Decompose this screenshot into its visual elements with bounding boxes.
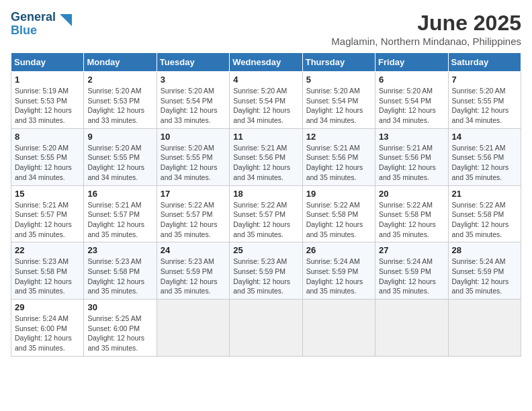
month-year-title: June 2025: [331, 11, 521, 36]
calendar-cell: 24 Sunrise: 5:23 AM Sunset: 5:59 PM Dayl…: [157, 242, 229, 300]
svg-marker-0: [60, 14, 72, 26]
day-info: Sunrise: 5:20 AM Sunset: 5:55 PM Dayligh…: [161, 143, 226, 183]
day-info: Sunrise: 5:22 AM Sunset: 5:58 PM Dayligh…: [306, 200, 371, 240]
calendar-cell: 16 Sunrise: 5:21 AM Sunset: 5:57 PM Dayl…: [84, 185, 157, 242]
day-number: 16: [87, 189, 152, 199]
calendar-cell: 15 Sunrise: 5:21 AM Sunset: 5:57 PM Dayl…: [11, 185, 84, 242]
calendar-cell: 1 Sunrise: 5:19 AM Sunset: 5:53 PM Dayli…: [11, 72, 84, 129]
calendar-cell: 8 Sunrise: 5:20 AM Sunset: 5:55 PM Dayli…: [11, 128, 84, 185]
day-number: 20: [379, 189, 444, 199]
day-number: 13: [379, 132, 444, 142]
weekday-header: Sunday: [11, 53, 84, 72]
calendar-cell: 22 Sunrise: 5:23 AM Sunset: 5:58 PM Dayl…: [11, 242, 84, 300]
day-info: Sunrise: 5:24 AM Sunset: 5:59 PM Dayligh…: [379, 257, 444, 296]
day-info: Sunrise: 5:21 AM Sunset: 5:56 PM Dayligh…: [306, 143, 371, 183]
day-info: Sunrise: 5:22 AM Sunset: 5:57 PM Dayligh…: [233, 200, 298, 240]
weekday-header: Tuesday: [157, 53, 229, 72]
logo-text: GeneralBlue: [11, 11, 56, 38]
calendar-cell: 23 Sunrise: 5:23 AM Sunset: 5:58 PM Dayl…: [84, 242, 157, 300]
calendar-cell: 9 Sunrise: 5:20 AM Sunset: 5:55 PM Dayli…: [84, 128, 157, 185]
page-header: GeneralBlue June 2025 Maglamin, Northern…: [11, 11, 521, 47]
calendar-cell: [157, 300, 229, 357]
calendar-cell: 21 Sunrise: 5:22 AM Sunset: 5:58 PM Dayl…: [448, 185, 521, 242]
day-info: Sunrise: 5:23 AM Sunset: 5:59 PM Dayligh…: [161, 257, 226, 296]
day-number: 5: [306, 75, 371, 85]
calendar-cell: [302, 300, 375, 357]
day-info: Sunrise: 5:20 AM Sunset: 5:55 PM Dayligh…: [15, 143, 80, 183]
day-number: 9: [87, 132, 152, 142]
calendar-cell: [448, 300, 521, 357]
title-block: June 2025 Maglamin, Northern Mindanao, P…: [331, 11, 521, 47]
calendar-week-row: 1 Sunrise: 5:19 AM Sunset: 5:53 PM Dayli…: [11, 72, 521, 129]
day-number: 1: [15, 75, 80, 85]
calendar-cell: 5 Sunrise: 5:20 AM Sunset: 5:54 PM Dayli…: [302, 72, 375, 129]
day-number: 30: [87, 302, 152, 312]
calendar-cell: [230, 300, 302, 357]
day-number: 29: [15, 302, 80, 312]
day-info: Sunrise: 5:24 AM Sunset: 5:59 PM Dayligh…: [306, 257, 371, 296]
calendar-table: SundayMondayTuesdayWednesdayThursdayFrid…: [11, 52, 521, 357]
day-number: 18: [233, 189, 298, 199]
day-number: 8: [15, 132, 80, 142]
weekday-header: Thursday: [302, 53, 375, 72]
day-info: Sunrise: 5:24 AM Sunset: 5:59 PM Dayligh…: [452, 257, 517, 296]
calendar-week-row: 15 Sunrise: 5:21 AM Sunset: 5:57 PM Dayl…: [11, 185, 521, 242]
day-number: 17: [161, 189, 226, 199]
calendar-cell: 4 Sunrise: 5:20 AM Sunset: 5:54 PM Dayli…: [230, 72, 302, 129]
weekday-header: Wednesday: [230, 53, 302, 72]
calendar-cell: 18 Sunrise: 5:22 AM Sunset: 5:57 PM Dayl…: [230, 185, 302, 242]
calendar-cell: 3 Sunrise: 5:20 AM Sunset: 5:54 PM Dayli…: [157, 72, 229, 129]
day-info: Sunrise: 5:24 AM Sunset: 6:00 PM Dayligh…: [15, 314, 80, 353]
day-info: Sunrise: 5:20 AM Sunset: 5:54 PM Dayligh…: [306, 86, 371, 126]
day-number: 4: [233, 75, 298, 85]
calendar-cell: 30 Sunrise: 5:25 AM Sunset: 6:00 PM Dayl…: [84, 300, 157, 357]
calendar-week-row: 29 Sunrise: 5:24 AM Sunset: 6:00 PM Dayl…: [11, 300, 521, 357]
calendar-cell: 25 Sunrise: 5:23 AM Sunset: 5:59 PM Dayl…: [230, 242, 302, 300]
calendar-cell: 20 Sunrise: 5:22 AM Sunset: 5:58 PM Dayl…: [375, 185, 448, 242]
calendar-cell: [375, 300, 448, 357]
calendar-cell: 26 Sunrise: 5:24 AM Sunset: 5:59 PM Dayl…: [302, 242, 375, 300]
day-number: 11: [233, 132, 298, 142]
day-number: 27: [379, 245, 444, 255]
calendar-cell: 12 Sunrise: 5:21 AM Sunset: 5:56 PM Dayl…: [302, 128, 375, 185]
calendar-cell: 2 Sunrise: 5:20 AM Sunset: 5:53 PM Dayli…: [84, 72, 157, 129]
logo-arrow-icon: [57, 14, 72, 29]
day-info: Sunrise: 5:20 AM Sunset: 5:54 PM Dayligh…: [379, 86, 444, 126]
day-info: Sunrise: 5:21 AM Sunset: 5:56 PM Dayligh…: [233, 143, 298, 183]
calendar-cell: 11 Sunrise: 5:21 AM Sunset: 5:56 PM Dayl…: [230, 128, 302, 185]
day-info: Sunrise: 5:21 AM Sunset: 5:56 PM Dayligh…: [379, 143, 444, 183]
day-number: 28: [452, 245, 517, 255]
day-number: 23: [87, 245, 152, 255]
calendar-cell: 6 Sunrise: 5:20 AM Sunset: 5:54 PM Dayli…: [375, 72, 448, 129]
day-number: 19: [306, 189, 371, 199]
weekday-header: Monday: [84, 53, 157, 72]
calendar-cell: 28 Sunrise: 5:24 AM Sunset: 5:59 PM Dayl…: [448, 242, 521, 300]
calendar-cell: 17 Sunrise: 5:22 AM Sunset: 5:57 PM Dayl…: [157, 185, 229, 242]
calendar-header-row: SundayMondayTuesdayWednesdayThursdayFrid…: [11, 53, 521, 72]
location-subtitle: Maglamin, Northern Mindanao, Philippines: [331, 36, 521, 47]
day-number: 10: [161, 132, 226, 142]
calendar-week-row: 8 Sunrise: 5:20 AM Sunset: 5:55 PM Dayli…: [11, 128, 521, 185]
calendar-cell: 14 Sunrise: 5:21 AM Sunset: 5:56 PM Dayl…: [448, 128, 521, 185]
day-info: Sunrise: 5:23 AM Sunset: 5:58 PM Dayligh…: [15, 257, 80, 296]
day-info: Sunrise: 5:21 AM Sunset: 5:56 PM Dayligh…: [452, 143, 517, 183]
day-info: Sunrise: 5:22 AM Sunset: 5:58 PM Dayligh…: [452, 200, 517, 240]
calendar-cell: 29 Sunrise: 5:24 AM Sunset: 6:00 PM Dayl…: [11, 300, 84, 357]
day-info: Sunrise: 5:23 AM Sunset: 5:59 PM Dayligh…: [233, 257, 298, 296]
calendar-cell: 19 Sunrise: 5:22 AM Sunset: 5:58 PM Dayl…: [302, 185, 375, 242]
calendar-cell: 27 Sunrise: 5:24 AM Sunset: 5:59 PM Dayl…: [375, 242, 448, 300]
day-info: Sunrise: 5:20 AM Sunset: 5:54 PM Dayligh…: [161, 86, 226, 126]
day-number: 3: [161, 75, 226, 85]
day-info: Sunrise: 5:21 AM Sunset: 5:57 PM Dayligh…: [87, 200, 152, 240]
day-number: 14: [452, 132, 517, 142]
logo: GeneralBlue: [11, 11, 72, 38]
day-info: Sunrise: 5:25 AM Sunset: 6:00 PM Dayligh…: [87, 314, 152, 353]
weekday-header: Friday: [375, 53, 448, 72]
day-info: Sunrise: 5:22 AM Sunset: 5:58 PM Dayligh…: [379, 200, 444, 240]
day-number: 21: [452, 189, 517, 199]
day-info: Sunrise: 5:20 AM Sunset: 5:53 PM Dayligh…: [87, 86, 152, 126]
day-info: Sunrise: 5:23 AM Sunset: 5:58 PM Dayligh…: [87, 257, 152, 296]
calendar-cell: 10 Sunrise: 5:20 AM Sunset: 5:55 PM Dayl…: [157, 128, 229, 185]
day-number: 25: [233, 245, 298, 255]
day-number: 6: [379, 75, 444, 85]
